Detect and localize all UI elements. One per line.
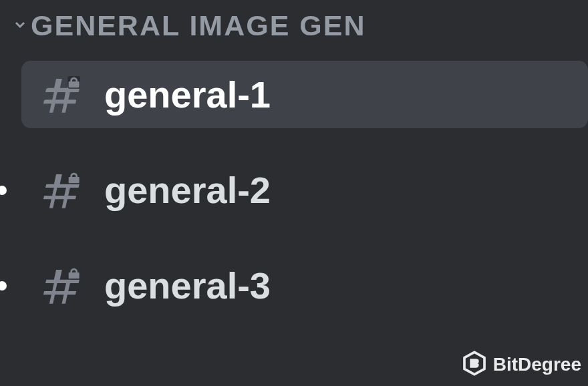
- channel-list: general-1 general-2 general-3: [0, 61, 588, 319]
- watermark: BitDegree: [461, 350, 581, 379]
- bitdegree-logo-icon: [461, 350, 488, 379]
- channel-name: general-3: [104, 264, 271, 307]
- hash-lock-icon: [40, 73, 83, 116]
- unread-indicator: [0, 186, 7, 195]
- chevron-down-icon: [12, 17, 31, 35]
- hash-lock-icon: [40, 264, 83, 307]
- category-name: GENERAL IMAGE GEN: [31, 9, 365, 42]
- channel-item-general-2[interactable]: general-2: [21, 156, 588, 224]
- category-header[interactable]: GENERAL IMAGE GEN: [0, 0, 588, 61]
- channel-name: general-2: [104, 168, 271, 212]
- hash-lock-icon: [40, 169, 83, 212]
- channel-item-general-1[interactable]: general-1: [21, 61, 588, 128]
- watermark-text: BitDegree: [493, 354, 581, 375]
- channel-item-general-3[interactable]: general-3: [21, 252, 588, 319]
- channel-name: general-1: [104, 73, 271, 116]
- unread-indicator: [0, 281, 7, 291]
